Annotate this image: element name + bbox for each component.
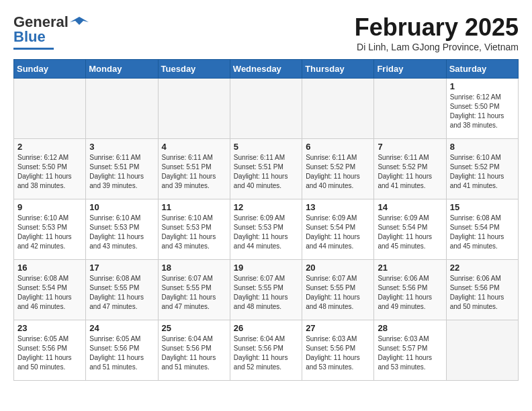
calendar-week-row: 23Sunrise: 6:05 AMSunset: 5:56 PMDayligh… — [14, 320, 519, 381]
col-thursday: Thursday — [302, 60, 374, 79]
day-info: Sunrise: 6:11 AMSunset: 5:52 PMDaylight:… — [378, 153, 442, 191]
calendar-day-cell: 19Sunrise: 6:07 AMSunset: 5:55 PMDayligh… — [230, 260, 302, 320]
calendar-day-cell: 13Sunrise: 6:09 AMSunset: 5:54 PMDayligh… — [302, 199, 374, 260]
day-info: Sunrise: 6:05 AMSunset: 5:56 PMDaylight:… — [89, 334, 154, 372]
day-number: 8 — [450, 142, 515, 152]
logo-blue-text: Blue — [13, 28, 46, 46]
day-info: Sunrise: 6:11 AMSunset: 5:51 PMDaylight:… — [234, 153, 298, 191]
day-number: 14 — [378, 202, 442, 212]
day-info: Sunrise: 6:08 AMSunset: 5:54 PMDaylight:… — [17, 274, 82, 312]
calendar-day-cell: 28Sunrise: 6:03 AMSunset: 5:57 PMDayligh… — [374, 320, 446, 381]
calendar-day-cell: 5Sunrise: 6:11 AMSunset: 5:51 PMDaylight… — [230, 139, 302, 199]
calendar-header-row: Sunday Monday Tuesday Wednesday Thursday… — [14, 60, 519, 79]
day-info: Sunrise: 6:07 AMSunset: 5:55 PMDaylight:… — [162, 274, 226, 312]
day-info: Sunrise: 6:05 AMSunset: 5:56 PMDaylight:… — [17, 334, 82, 372]
calendar-day-cell: 4Sunrise: 6:11 AMSunset: 5:51 PMDaylight… — [158, 139, 230, 199]
calendar-day-cell: 2Sunrise: 6:12 AMSunset: 5:50 PMDaylight… — [14, 139, 86, 199]
calendar-day-cell: 23Sunrise: 6:05 AMSunset: 5:56 PMDayligh… — [14, 320, 86, 381]
month-title: February 2025 — [355, 13, 519, 42]
title-block: February 2025 Di Linh, Lam GJong Provinc… — [355, 13, 519, 52]
calendar-day-cell — [158, 79, 230, 139]
day-number: 27 — [306, 323, 370, 333]
col-tuesday: Tuesday — [158, 60, 230, 79]
calendar-week-row: 16Sunrise: 6:08 AMSunset: 5:54 PMDayligh… — [14, 260, 519, 320]
day-number: 18 — [162, 263, 226, 273]
calendar-day-cell: 22Sunrise: 6:06 AMSunset: 5:56 PMDayligh… — [446, 260, 518, 320]
day-number: 15 — [450, 202, 515, 212]
calendar-day-cell — [302, 79, 374, 139]
day-info: Sunrise: 6:10 AMSunset: 5:53 PMDaylight:… — [162, 214, 226, 251]
calendar-day-cell: 18Sunrise: 6:07 AMSunset: 5:55 PMDayligh… — [158, 260, 230, 320]
day-info: Sunrise: 6:06 AMSunset: 5:56 PMDaylight:… — [450, 274, 515, 312]
day-info: Sunrise: 6:07 AMSunset: 5:55 PMDaylight:… — [234, 274, 298, 312]
day-number: 24 — [89, 323, 154, 333]
day-number: 6 — [306, 142, 370, 152]
day-info: Sunrise: 6:06 AMSunset: 5:56 PMDaylight:… — [378, 274, 442, 312]
svg-marker-0 — [70, 17, 89, 25]
calendar-day-cell — [86, 79, 158, 139]
day-number: 4 — [162, 142, 226, 152]
col-friday: Friday — [374, 60, 446, 79]
calendar-day-cell — [374, 79, 446, 139]
day-info: Sunrise: 6:10 AMSunset: 5:53 PMDaylight:… — [89, 214, 154, 251]
day-number: 7 — [378, 142, 442, 152]
col-wednesday: Wednesday — [230, 60, 302, 79]
day-info: Sunrise: 6:08 AMSunset: 5:54 PMDaylight:… — [450, 214, 515, 251]
col-saturday: Saturday — [446, 60, 518, 79]
day-info: Sunrise: 6:03 AMSunset: 5:56 PMDaylight:… — [306, 334, 370, 372]
calendar-day-cell: 1Sunrise: 6:12 AMSunset: 5:50 PMDaylight… — [446, 79, 518, 139]
day-number: 12 — [234, 202, 298, 212]
day-number: 1 — [450, 81, 515, 91]
calendar-day-cell — [14, 79, 86, 139]
day-info: Sunrise: 6:04 AMSunset: 5:56 PMDaylight:… — [234, 334, 298, 372]
day-info: Sunrise: 6:07 AMSunset: 5:55 PMDaylight:… — [306, 274, 370, 312]
day-info: Sunrise: 6:09 AMSunset: 5:53 PMDaylight:… — [234, 214, 298, 251]
day-number: 2 — [17, 142, 82, 152]
col-monday: Monday — [86, 60, 158, 79]
day-info: Sunrise: 6:09 AMSunset: 5:54 PMDaylight:… — [306, 214, 370, 251]
calendar-day-cell: 9Sunrise: 6:10 AMSunset: 5:53 PMDaylight… — [14, 199, 86, 260]
day-info: Sunrise: 6:12 AMSunset: 5:50 PMDaylight:… — [450, 93, 515, 130]
day-number: 3 — [89, 142, 154, 152]
calendar-table: Sunday Monday Tuesday Wednesday Thursday… — [13, 59, 519, 381]
calendar-day-cell: 24Sunrise: 6:05 AMSunset: 5:56 PMDayligh… — [86, 320, 158, 381]
day-number: 28 — [378, 323, 442, 333]
calendar-day-cell: 8Sunrise: 6:10 AMSunset: 5:52 PMDaylight… — [446, 139, 518, 199]
day-info: Sunrise: 6:03 AMSunset: 5:57 PMDaylight:… — [378, 334, 442, 372]
calendar-day-cell: 25Sunrise: 6:04 AMSunset: 5:56 PMDayligh… — [158, 320, 230, 381]
calendar-day-cell: 11Sunrise: 6:10 AMSunset: 5:53 PMDayligh… — [158, 199, 230, 260]
day-info: Sunrise: 6:11 AMSunset: 5:52 PMDaylight:… — [306, 153, 370, 191]
day-number: 23 — [17, 323, 82, 333]
day-number: 21 — [378, 263, 442, 273]
day-info: Sunrise: 6:04 AMSunset: 5:56 PMDaylight:… — [162, 334, 226, 372]
calendar-day-cell: 16Sunrise: 6:08 AMSunset: 5:54 PMDayligh… — [14, 260, 86, 320]
day-info: Sunrise: 6:11 AMSunset: 5:51 PMDaylight:… — [162, 153, 226, 191]
calendar-day-cell: 20Sunrise: 6:07 AMSunset: 5:55 PMDayligh… — [302, 260, 374, 320]
calendar-day-cell: 21Sunrise: 6:06 AMSunset: 5:56 PMDayligh… — [374, 260, 446, 320]
calendar-day-cell: 12Sunrise: 6:09 AMSunset: 5:53 PMDayligh… — [230, 199, 302, 260]
calendar-day-cell: 10Sunrise: 6:10 AMSunset: 5:53 PMDayligh… — [86, 199, 158, 260]
logo: General Blue — [13, 13, 89, 50]
day-number: 11 — [162, 202, 226, 212]
calendar-day-cell: 14Sunrise: 6:09 AMSunset: 5:54 PMDayligh… — [374, 199, 446, 260]
logo-underline — [13, 48, 54, 50]
calendar-day-cell: 7Sunrise: 6:11 AMSunset: 5:52 PMDaylight… — [374, 139, 446, 199]
calendar-day-cell: 6Sunrise: 6:11 AMSunset: 5:52 PMDaylight… — [302, 139, 374, 199]
day-info: Sunrise: 6:08 AMSunset: 5:55 PMDaylight:… — [89, 274, 154, 312]
calendar-day-cell: 15Sunrise: 6:08 AMSunset: 5:54 PMDayligh… — [446, 199, 518, 260]
day-number: 13 — [306, 202, 370, 212]
day-info: Sunrise: 6:10 AMSunset: 5:53 PMDaylight:… — [17, 214, 82, 251]
day-number: 26 — [234, 323, 298, 333]
calendar-day-cell: 26Sunrise: 6:04 AMSunset: 5:56 PMDayligh… — [230, 320, 302, 381]
calendar-week-row: 2Sunrise: 6:12 AMSunset: 5:50 PMDaylight… — [14, 139, 519, 199]
calendar-day-cell — [230, 79, 302, 139]
day-number: 19 — [234, 263, 298, 273]
day-number: 17 — [89, 263, 154, 273]
day-info: Sunrise: 6:11 AMSunset: 5:51 PMDaylight:… — [89, 153, 154, 191]
day-number: 5 — [234, 142, 298, 152]
calendar-day-cell — [446, 320, 518, 381]
calendar-day-cell: 17Sunrise: 6:08 AMSunset: 5:55 PMDayligh… — [86, 260, 158, 320]
day-info: Sunrise: 6:10 AMSunset: 5:52 PMDaylight:… — [450, 153, 515, 191]
page-header: General Blue February 2025 Di Linh, Lam … — [13, 13, 519, 52]
day-number: 25 — [162, 323, 226, 333]
